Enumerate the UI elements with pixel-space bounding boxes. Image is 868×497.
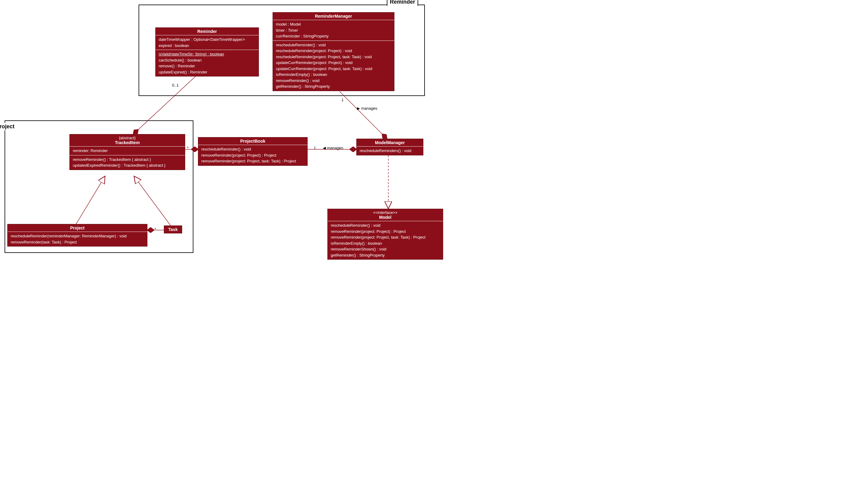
class-model-manager-title: ModelManager [357, 139, 423, 146]
class-tracked-item-attrs: reminder: Reminder [70, 146, 185, 155]
class-tracked-item-ops: removeReminder() : TrackedItem { abstrac… [70, 155, 185, 170]
class-reminder-title: Reminder [156, 28, 259, 36]
mult-reminder: 0..1 [172, 83, 179, 87]
attr: reminder: Reminder [73, 148, 182, 154]
manages-text: manages [361, 106, 377, 111]
class-reminder-manager-title: ReminderManager [273, 13, 394, 20]
op: canSchedule() : boolean [159, 57, 255, 63]
op: isValid(dateTimeStr: String) : boolean [159, 51, 255, 57]
attr: timer : Timer [276, 27, 391, 33]
op: rescheduleReminder() : void [331, 223, 440, 229]
op: updatedExpiredReminder() : TrackedItem {… [73, 162, 182, 169]
op: removeReminder(project: Project, task: T… [331, 234, 440, 240]
op: rescheduleReminder() : void [276, 42, 391, 48]
mult-project-book: 1 [314, 146, 316, 150]
package-project-label: Project [0, 123, 99, 130]
class-model-manager: ModelManager rescheduleReminders() : voi… [356, 139, 423, 155]
class-model-interface: <<interface>> Model rescheduleReminder()… [327, 209, 443, 260]
class-reminder: Reminder dateTimeWrapper : Optional<Date… [155, 27, 259, 76]
op: removeReminder(task: Task) : Project [11, 239, 144, 245]
class-project-book-title: ProjectBook [198, 138, 307, 145]
attr: currReminder : StringProperty [276, 33, 391, 39]
op: updateCurrReminder(project: Project, tas… [276, 66, 391, 72]
op: getReminder() : StringProperty [276, 84, 391, 89]
class-project-title: Project [8, 224, 147, 232]
class-project-book-ops: rescheduleReminder() : void removeRemind… [198, 145, 307, 166]
class-name: TrackedItem [115, 140, 140, 145]
op: removeReminder(project: Project, task: T… [201, 158, 304, 164]
package-reminder-label: Reminder [387, 0, 418, 6]
mult-tracked-item: * [187, 146, 189, 150]
op: updateCurrReminder(project: Project) : v… [276, 60, 391, 66]
class-reminder-manager-attrs: model : Model timer : Timer currReminder… [273, 20, 394, 41]
stereotype: {abstract} [73, 136, 182, 140]
op: getReminder() : StringProperty [331, 252, 440, 258]
class-project: Project rescheduleReminder(reminderManag… [7, 224, 147, 246]
class-model-ops: rescheduleReminder() : void removeRemind… [328, 221, 443, 259]
op: rescheduleReminder(reminderManager: Remi… [11, 233, 144, 239]
op: removeReminder() : TrackedItem { abstrac… [73, 157, 182, 163]
class-reminder-ops: isValid(dateTimeStr: String) : boolean c… [156, 50, 259, 76]
class-tracked-item: {abstract} TrackedItem reminder: Reminde… [70, 134, 185, 170]
class-reminder-attrs: dateTimeWrapper : Optional<DateTimeWrapp… [156, 36, 259, 50]
class-name: Model [379, 215, 391, 220]
op: rescheduleReminder() : void [201, 146, 304, 152]
op: remove() : Reminder [159, 63, 255, 69]
op: rescheduleReminder(project: Project) : v… [276, 48, 391, 54]
class-model-title: <<interface>> Model [328, 209, 443, 221]
op: removeReminder(project: Project) : Proje… [331, 229, 440, 235]
class-project-book: ProjectBook rescheduleReminder() : void … [198, 137, 308, 166]
class-tracked-item-title: {abstract} TrackedItem [70, 134, 185, 146]
class-task-title: Task [164, 226, 182, 233]
class-project-ops: rescheduleReminder(reminderManager: Remi… [8, 232, 147, 246]
op: rescheduleReminders() : void [360, 148, 420, 154]
class-task: Task [164, 226, 182, 233]
mult-reminder-mgr: 1 [341, 98, 343, 102]
label-manages-rm: ▶ manages [357, 106, 377, 111]
attr: dateTimeWrapper : Optional<DateTimeWrapp… [159, 37, 255, 43]
op: removeReminderShown() : void [331, 246, 440, 252]
svg-line-6 [340, 91, 387, 139]
attr: expired : boolean [159, 43, 255, 49]
manages-text: manages [327, 146, 343, 150]
mult-task: * [155, 227, 156, 231]
class-reminder-manager: ReminderManager model : Model timer : Ti… [273, 12, 394, 91]
attr: model : Model [276, 21, 391, 27]
op: removeReminder(project: Project) : Proje… [201, 152, 304, 158]
op: isReminderEmpty() : boolean [276, 72, 391, 78]
op: removeReminder() : void [276, 78, 391, 84]
op: isReminderEmpty() : boolean [331, 240, 440, 246]
label-manages-pb: ◀ manages [323, 146, 343, 150]
class-reminder-manager-ops: rescheduleReminder() : void rescheduleRe… [273, 41, 394, 91]
stereotype: <<interface>> [331, 210, 440, 215]
op: updateExpired() : Reminder [159, 69, 255, 75]
class-model-manager-ops: rescheduleReminders() : void [357, 146, 423, 155]
op: rescheduleReminder(project: Project, tas… [276, 54, 391, 60]
